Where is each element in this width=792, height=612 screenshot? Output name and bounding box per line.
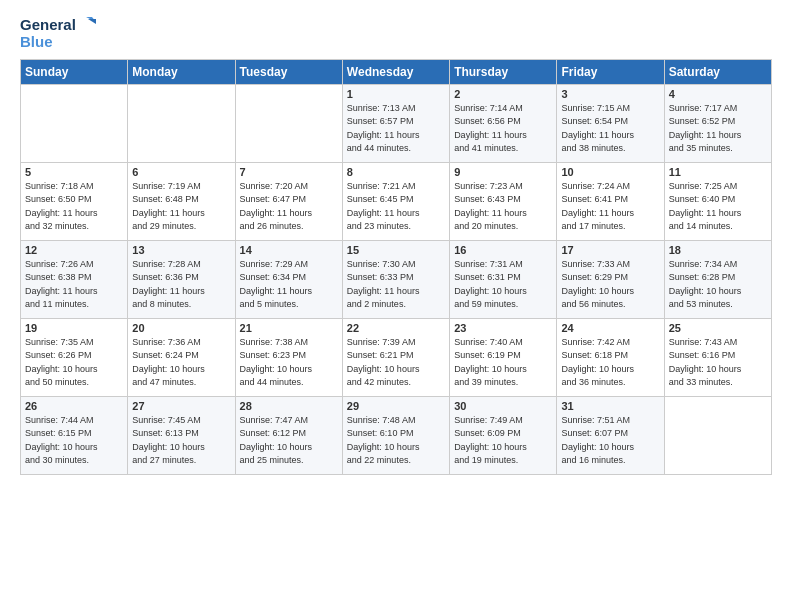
day-cell-26: 26Sunrise: 7:44 AM Sunset: 6:15 PM Dayli… — [21, 396, 128, 474]
day-cell-23: 23Sunrise: 7:40 AM Sunset: 6:19 PM Dayli… — [450, 318, 557, 396]
day-info: Sunrise: 7:51 AM Sunset: 6:07 PM Dayligh… — [561, 414, 659, 468]
logo-general: General — [20, 17, 76, 34]
weekday-thursday: Thursday — [450, 59, 557, 84]
day-cell-27: 27Sunrise: 7:45 AM Sunset: 6:13 PM Dayli… — [128, 396, 235, 474]
day-cell-13: 13Sunrise: 7:28 AM Sunset: 6:36 PM Dayli… — [128, 240, 235, 318]
day-number: 31 — [561, 400, 659, 412]
day-cell-31: 31Sunrise: 7:51 AM Sunset: 6:07 PM Dayli… — [557, 396, 664, 474]
day-number: 17 — [561, 244, 659, 256]
day-cell-15: 15Sunrise: 7:30 AM Sunset: 6:33 PM Dayli… — [342, 240, 449, 318]
day-info: Sunrise: 7:28 AM Sunset: 6:36 PM Dayligh… — [132, 258, 230, 312]
day-cell-empty — [235, 84, 342, 162]
day-cell-24: 24Sunrise: 7:42 AM Sunset: 6:18 PM Dayli… — [557, 318, 664, 396]
day-number: 19 — [25, 322, 123, 334]
day-number: 5 — [25, 166, 123, 178]
day-cell-empty — [664, 396, 771, 474]
day-info: Sunrise: 7:13 AM Sunset: 6:57 PM Dayligh… — [347, 102, 445, 156]
day-info: Sunrise: 7:48 AM Sunset: 6:10 PM Dayligh… — [347, 414, 445, 468]
day-number: 16 — [454, 244, 552, 256]
day-cell-11: 11Sunrise: 7:25 AM Sunset: 6:40 PM Dayli… — [664, 162, 771, 240]
logo-blue: Blue — [20, 34, 53, 51]
day-info: Sunrise: 7:19 AM Sunset: 6:48 PM Dayligh… — [132, 180, 230, 234]
calendar-table: SundayMondayTuesdayWednesdayThursdayFrid… — [20, 59, 772, 475]
day-cell-18: 18Sunrise: 7:34 AM Sunset: 6:28 PM Dayli… — [664, 240, 771, 318]
day-cell-6: 6Sunrise: 7:19 AM Sunset: 6:48 PM Daylig… — [128, 162, 235, 240]
day-cell-4: 4Sunrise: 7:17 AM Sunset: 6:52 PM Daylig… — [664, 84, 771, 162]
day-number: 8 — [347, 166, 445, 178]
day-number: 24 — [561, 322, 659, 334]
weekday-saturday: Saturday — [664, 59, 771, 84]
day-cell-9: 9Sunrise: 7:23 AM Sunset: 6:43 PM Daylig… — [450, 162, 557, 240]
day-info: Sunrise: 7:45 AM Sunset: 6:13 PM Dayligh… — [132, 414, 230, 468]
day-info: Sunrise: 7:20 AM Sunset: 6:47 PM Dayligh… — [240, 180, 338, 234]
week-row-1: 1Sunrise: 7:13 AM Sunset: 6:57 PM Daylig… — [21, 84, 772, 162]
day-cell-22: 22Sunrise: 7:39 AM Sunset: 6:21 PM Dayli… — [342, 318, 449, 396]
weekday-header-row: SundayMondayTuesdayWednesdayThursdayFrid… — [21, 59, 772, 84]
day-number: 2 — [454, 88, 552, 100]
day-cell-16: 16Sunrise: 7:31 AM Sunset: 6:31 PM Dayli… — [450, 240, 557, 318]
day-cell-25: 25Sunrise: 7:43 AM Sunset: 6:16 PM Dayli… — [664, 318, 771, 396]
day-number: 21 — [240, 322, 338, 334]
day-number: 13 — [132, 244, 230, 256]
day-number: 22 — [347, 322, 445, 334]
day-info: Sunrise: 7:15 AM Sunset: 6:54 PM Dayligh… — [561, 102, 659, 156]
day-info: Sunrise: 7:36 AM Sunset: 6:24 PM Dayligh… — [132, 336, 230, 390]
day-number: 7 — [240, 166, 338, 178]
day-number: 25 — [669, 322, 767, 334]
svg-marker-1 — [88, 19, 96, 24]
day-number: 3 — [561, 88, 659, 100]
day-info: Sunrise: 7:18 AM Sunset: 6:50 PM Dayligh… — [25, 180, 123, 234]
day-info: Sunrise: 7:34 AM Sunset: 6:28 PM Dayligh… — [669, 258, 767, 312]
day-info: Sunrise: 7:30 AM Sunset: 6:33 PM Dayligh… — [347, 258, 445, 312]
day-info: Sunrise: 7:17 AM Sunset: 6:52 PM Dayligh… — [669, 102, 767, 156]
day-info: Sunrise: 7:33 AM Sunset: 6:29 PM Dayligh… — [561, 258, 659, 312]
day-cell-8: 8Sunrise: 7:21 AM Sunset: 6:45 PM Daylig… — [342, 162, 449, 240]
day-number: 30 — [454, 400, 552, 412]
day-cell-3: 3Sunrise: 7:15 AM Sunset: 6:54 PM Daylig… — [557, 84, 664, 162]
day-info: Sunrise: 7:47 AM Sunset: 6:12 PM Dayligh… — [240, 414, 338, 468]
week-row-4: 19Sunrise: 7:35 AM Sunset: 6:26 PM Dayli… — [21, 318, 772, 396]
day-info: Sunrise: 7:31 AM Sunset: 6:31 PM Dayligh… — [454, 258, 552, 312]
day-info: Sunrise: 7:14 AM Sunset: 6:56 PM Dayligh… — [454, 102, 552, 156]
day-info: Sunrise: 7:39 AM Sunset: 6:21 PM Dayligh… — [347, 336, 445, 390]
week-row-3: 12Sunrise: 7:26 AM Sunset: 6:38 PM Dayli… — [21, 240, 772, 318]
day-info: Sunrise: 7:35 AM Sunset: 6:26 PM Dayligh… — [25, 336, 123, 390]
weekday-monday: Monday — [128, 59, 235, 84]
day-number: 11 — [669, 166, 767, 178]
day-number: 26 — [25, 400, 123, 412]
weekday-sunday: Sunday — [21, 59, 128, 84]
week-row-2: 5Sunrise: 7:18 AM Sunset: 6:50 PM Daylig… — [21, 162, 772, 240]
weekday-friday: Friday — [557, 59, 664, 84]
day-cell-21: 21Sunrise: 7:38 AM Sunset: 6:23 PM Dayli… — [235, 318, 342, 396]
day-info: Sunrise: 7:40 AM Sunset: 6:19 PM Dayligh… — [454, 336, 552, 390]
day-cell-5: 5Sunrise: 7:18 AM Sunset: 6:50 PM Daylig… — [21, 162, 128, 240]
weekday-tuesday: Tuesday — [235, 59, 342, 84]
day-number: 1 — [347, 88, 445, 100]
day-info: Sunrise: 7:43 AM Sunset: 6:16 PM Dayligh… — [669, 336, 767, 390]
day-cell-30: 30Sunrise: 7:49 AM Sunset: 6:09 PM Dayli… — [450, 396, 557, 474]
day-number: 4 — [669, 88, 767, 100]
logo: General Blue — [20, 16, 96, 51]
day-cell-12: 12Sunrise: 7:26 AM Sunset: 6:38 PM Dayli… — [21, 240, 128, 318]
day-cell-20: 20Sunrise: 7:36 AM Sunset: 6:24 PM Dayli… — [128, 318, 235, 396]
day-number: 18 — [669, 244, 767, 256]
day-info: Sunrise: 7:26 AM Sunset: 6:38 PM Dayligh… — [25, 258, 123, 312]
day-cell-empty — [21, 84, 128, 162]
day-number: 15 — [347, 244, 445, 256]
day-number: 27 — [132, 400, 230, 412]
logo-icon — [78, 16, 96, 34]
day-cell-17: 17Sunrise: 7:33 AM Sunset: 6:29 PM Dayli… — [557, 240, 664, 318]
day-number: 9 — [454, 166, 552, 178]
day-number: 10 — [561, 166, 659, 178]
day-number: 12 — [25, 244, 123, 256]
day-cell-empty — [128, 84, 235, 162]
day-info: Sunrise: 7:42 AM Sunset: 6:18 PM Dayligh… — [561, 336, 659, 390]
day-info: Sunrise: 7:24 AM Sunset: 6:41 PM Dayligh… — [561, 180, 659, 234]
day-cell-28: 28Sunrise: 7:47 AM Sunset: 6:12 PM Dayli… — [235, 396, 342, 474]
day-info: Sunrise: 7:25 AM Sunset: 6:40 PM Dayligh… — [669, 180, 767, 234]
day-number: 6 — [132, 166, 230, 178]
day-cell-19: 19Sunrise: 7:35 AM Sunset: 6:26 PM Dayli… — [21, 318, 128, 396]
weekday-wednesday: Wednesday — [342, 59, 449, 84]
day-cell-29: 29Sunrise: 7:48 AM Sunset: 6:10 PM Dayli… — [342, 396, 449, 474]
day-info: Sunrise: 7:38 AM Sunset: 6:23 PM Dayligh… — [240, 336, 338, 390]
